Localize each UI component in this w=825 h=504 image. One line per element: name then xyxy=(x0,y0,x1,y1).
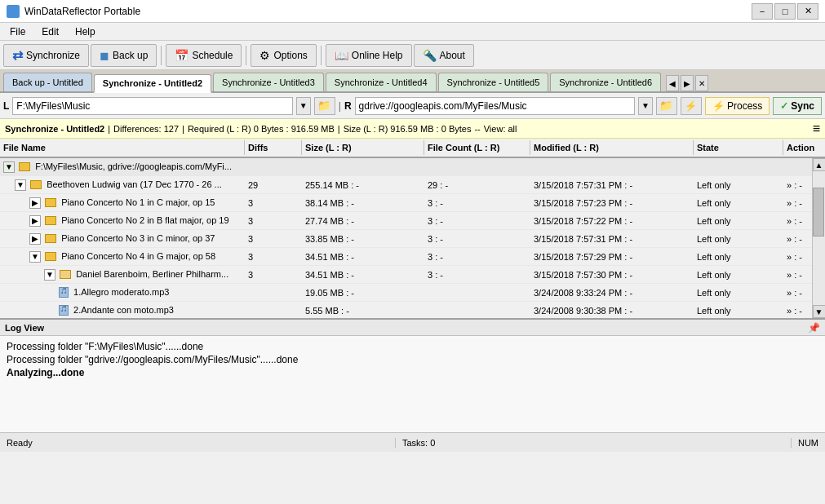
folder-icon-1 xyxy=(30,180,42,189)
table-row[interactable]: ▼ Piano Concerto No 4 in G major, op 58 … xyxy=(0,248,812,266)
col-filename[interactable]: File Name xyxy=(0,140,245,155)
info-sep-3: | xyxy=(338,124,340,134)
synchronize-button[interactable]: ⇄ Synchronize xyxy=(3,44,89,67)
root-action xyxy=(783,166,812,169)
info-sep-1: | xyxy=(108,124,110,134)
row3-diffs: 3 xyxy=(245,214,302,228)
file-rows: ▼ F:\MyFiles\Music, gdrive://googleapis.… xyxy=(0,158,812,318)
file-section: File Name Diffs Size (L : R) File Count … xyxy=(0,139,825,318)
status-num: NUM xyxy=(792,438,825,448)
schedule-label: Schedule xyxy=(192,50,233,61)
menu-edit[interactable]: Edit xyxy=(35,24,65,39)
expand-icon-1[interactable]: ▼ xyxy=(15,179,26,191)
expand-icon-4[interactable]: ▶ xyxy=(29,233,41,245)
schedule-button[interactable]: 📅 Schedule xyxy=(166,44,242,67)
root-row[interactable]: ▼ F:\MyFiles\Music, gdrive://googleapis.… xyxy=(0,158,812,176)
table-row[interactable]: ▶ Piano Concerto No 1 in C major, op 15 … xyxy=(0,194,812,212)
row2-state: Left only xyxy=(694,197,783,210)
col-diffs[interactable]: Diffs xyxy=(245,140,302,155)
separator-2 xyxy=(246,46,246,65)
separator-1 xyxy=(161,46,162,65)
log-line-1: Processing folder "F:\MyFiles\Music"....… xyxy=(7,341,818,352)
table-row[interactable]: ▼ Daniel Barenboim, Berliner Philharm...… xyxy=(0,266,812,284)
app-icon xyxy=(7,5,20,18)
table-row[interactable]: ▶ Piano Concerto No 3 in C minor, op 37 … xyxy=(0,230,812,248)
table-row[interactable]: 🎵 2.Andante con moto.mp3 5.55 MB : - 3/2… xyxy=(0,302,812,318)
col-modified[interactable]: Modified (L : R) xyxy=(530,140,694,155)
online-help-button[interactable]: 📖 Online Help xyxy=(326,44,412,67)
scroll-up-arrow[interactable]: ▲ xyxy=(813,158,826,171)
backup-label: Back up xyxy=(113,50,148,61)
row4-filecount: 3 : - xyxy=(424,232,530,245)
separator-3 xyxy=(321,46,322,65)
tab-scroll-right[interactable]: ▶ xyxy=(681,75,694,91)
row3-filecount: 3 : - xyxy=(424,214,530,228)
menu-help[interactable]: Help xyxy=(69,24,102,39)
col-filecount[interactable]: File Count (L : R) xyxy=(424,140,530,155)
expand-icon-3[interactable]: ▶ xyxy=(29,215,41,227)
row8-name: 🎵 2.Andante con moto.mp3 xyxy=(0,303,245,318)
sync-icon: ⇄ xyxy=(12,47,23,63)
vertical-scrollbar[interactable]: ▲ ▼ xyxy=(812,158,825,318)
info-sep-2: | xyxy=(182,124,184,134)
process-button[interactable]: ⚡ Process xyxy=(705,97,770,115)
backup-icon: ◼ xyxy=(100,49,109,62)
scroll-down-arrow[interactable]: ▼ xyxy=(813,305,826,318)
row2-filecount: 3 : - xyxy=(424,197,530,210)
col-state[interactable]: State xyxy=(694,140,783,155)
row6-state: Left only xyxy=(694,268,783,281)
left-path-dropdown[interactable]: ▼ xyxy=(296,97,311,115)
right-path-dropdown[interactable]: ▼ xyxy=(638,97,653,115)
synchronize-label: Synchronize xyxy=(26,50,80,61)
tab-scroll-left[interactable]: ◀ xyxy=(666,75,679,91)
expand-icon-6[interactable]: ▼ xyxy=(44,269,55,281)
minimize-button[interactable]: − xyxy=(752,3,773,20)
tab-backup-untitled[interactable]: Back up - Untitled xyxy=(3,73,92,91)
about-button[interactable]: 🔦 About xyxy=(414,44,474,67)
expand-icon-5[interactable]: ▼ xyxy=(29,251,41,263)
right-extra-btn[interactable]: ⚡ xyxy=(681,97,702,115)
menu-file[interactable]: File xyxy=(3,24,32,39)
status-ready: Ready xyxy=(0,438,395,448)
close-button[interactable]: ✕ xyxy=(797,3,818,20)
tab-close[interactable]: ✕ xyxy=(695,75,708,91)
backup-button[interactable]: ◼ Back up xyxy=(91,44,157,67)
sync-check-icon: ✓ xyxy=(780,100,788,112)
left-folder-browse[interactable]: 📁 xyxy=(314,97,335,115)
path-bar: L ▼ 📁 | R ▼ 📁 ⚡ ⚡ Process ✓ Sync xyxy=(0,93,825,119)
col-action[interactable]: Action xyxy=(783,140,825,155)
root-expand-icon[interactable]: ▼ xyxy=(3,161,15,173)
info-size: Size (L : R) 916.59 MB : 0 Bytes xyxy=(344,124,472,134)
column-headers: File Name Diffs Size (L : R) File Count … xyxy=(0,139,825,158)
table-row[interactable]: ▶ Piano Concerto No 2 in B flat major, o… xyxy=(0,212,812,230)
expand-icon-2[interactable]: ▶ xyxy=(29,197,41,209)
maximize-button[interactable]: □ xyxy=(774,3,796,20)
scrollbar-thumb[interactable] xyxy=(813,188,824,237)
row3-size: 27.74 MB : - xyxy=(302,214,424,228)
table-row[interactable]: 🎵 1.Allegro moderato.mp3 19.05 MB : - 3/… xyxy=(0,284,812,302)
settings-icon[interactable]: ≡ xyxy=(813,122,820,136)
tab-sync-untitled3[interactable]: Synchronize - Untitled3 xyxy=(213,73,324,91)
right-path-input[interactable] xyxy=(355,97,635,115)
row1-modified: 3/15/2018 7:57:31 PM : - xyxy=(530,179,694,192)
options-button[interactable]: ⚙ Options xyxy=(251,44,316,67)
tab-sync-untitled4[interactable]: Synchronize - Untitled4 xyxy=(326,73,437,91)
right-folder-browse[interactable]: 📁 xyxy=(656,97,677,115)
root-name: ▼ F:\MyFiles\Music, gdrive://googleapis.… xyxy=(0,160,245,175)
row2-size: 38.14 MB : - xyxy=(302,197,424,210)
log-area: Log View 📌 Processing folder "F:\MyFiles… xyxy=(0,318,825,432)
row3-action: » : - xyxy=(783,214,812,228)
table-row[interactable]: ▼ Beethoven Ludwig van (17 Dec 1770 - 26… xyxy=(0,176,812,194)
root-state xyxy=(694,166,783,169)
row2-diffs: 3 xyxy=(245,197,302,210)
row1-action: » : - xyxy=(783,179,812,192)
tab-sync-untitled2[interactable]: Synchronize - Untitled2 xyxy=(94,74,211,93)
folder-icon-3 xyxy=(45,216,56,225)
row3-state: Left only xyxy=(694,214,783,228)
col-size[interactable]: Size (L : R) xyxy=(302,140,424,155)
row2-action: » : - xyxy=(783,197,812,210)
tab-sync-untitled5[interactable]: Synchronize - Untitled5 xyxy=(438,73,549,91)
sync-button[interactable]: ✓ Sync xyxy=(773,97,822,115)
left-path-input[interactable] xyxy=(12,97,292,115)
tab-sync-untitled6[interactable]: Synchronize - Untitled6 xyxy=(550,73,661,91)
